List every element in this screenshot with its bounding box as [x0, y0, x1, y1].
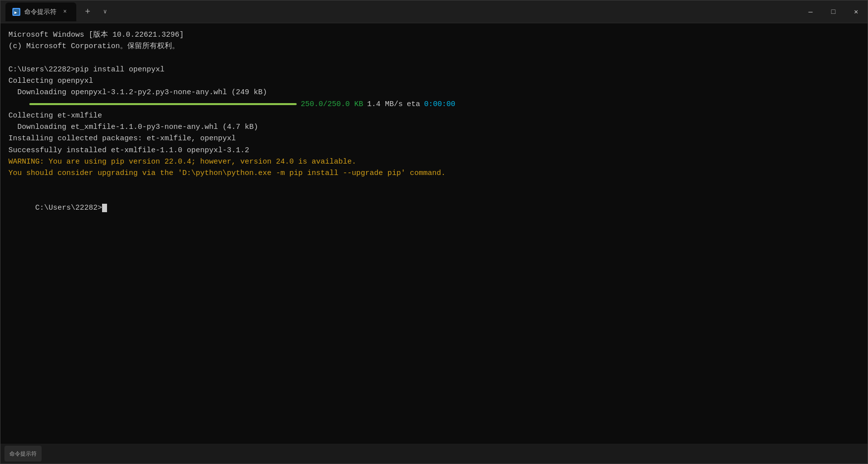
close-button[interactable]: ✕: [845, 0, 868, 23]
progress-eta-value: 0:00:00: [424, 99, 455, 110]
taskbar-item-label: 命令提示符: [9, 450, 37, 458]
output-line-9: Downloading et_xmlfile-1.1.0-py3-none-an…: [8, 121, 860, 133]
tab-title: 命令提示符: [24, 7, 56, 16]
progress-text: 250.0/250.0 KB: [301, 99, 363, 110]
titlebar-right: — □ ✕: [799, 0, 868, 23]
output-line-2: (c) Microsoft Corporation。保留所有权利。: [8, 41, 860, 52]
tab-close-button[interactable]: ×: [60, 7, 69, 16]
output-line-5: Collecting openpyxl: [8, 75, 860, 87]
prompt-text: C:\Users\22282>: [35, 204, 102, 212]
output-line-1: Microsoft Windows [版本 10.0.22621.3296]: [8, 29, 860, 41]
cursor: [102, 204, 107, 212]
output-blank-2: [8, 179, 860, 190]
svg-text:▶: ▶: [14, 10, 17, 15]
terminal-tab-icon: ▶: [12, 8, 20, 16]
progress-bar: [29, 103, 297, 105]
titlebar-left: ▶ 命令提示符 × + ∨: [5, 2, 799, 21]
progress-speed: 1.4 MB/s: [367, 99, 403, 110]
taskbar-items: 命令提示符: [4, 446, 864, 462]
warning-line-2: You should consider upgrading via the 'D…: [8, 168, 860, 179]
taskbar-item-cmd[interactable]: 命令提示符: [4, 446, 42, 462]
progress-fill: [29, 103, 297, 105]
output-line-8: Collecting et-xmlfile: [8, 110, 860, 121]
new-tab-button[interactable]: +: [80, 4, 95, 19]
maximize-button[interactable]: □: [822, 0, 845, 23]
tab-dropdown-button[interactable]: ∨: [99, 6, 111, 18]
output-line-10: Installing collected packages: et-xmlfil…: [8, 133, 860, 144]
terminal-window: ▶ 命令提示符 × + ∨ — □ ✕ Microsoft Windows [版…: [0, 0, 868, 464]
active-tab[interactable]: ▶ 命令提示符 ×: [5, 2, 76, 21]
progress-eta-label: eta: [407, 99, 420, 110]
taskbar: 命令提示符: [0, 444, 868, 464]
output-line-4: C:\Users\22282>pip install openpyxl: [8, 64, 860, 75]
warning-line-1: WARNING: You are using pip version 22.0.…: [8, 156, 860, 168]
output-line-11: Successfully installed et-xmlfile-1.1.0 …: [8, 145, 860, 156]
output-line-6: Downloading openpyxl-3.1.2-py2.py3-none-…: [8, 87, 860, 98]
terminal-output[interactable]: Microsoft Windows [版本 10.0.22621.3296] (…: [0, 23, 868, 444]
prompt-line: C:\Users\22282>: [8, 191, 860, 226]
minimize-button[interactable]: —: [799, 0, 822, 23]
output-blank-1: [8, 53, 860, 64]
titlebar: ▶ 命令提示符 × + ∨ — □ ✕: [0, 0, 868, 23]
download-progress: 250.0/250.0 KB 1.4 MB/s eta 0:00:00: [29, 99, 860, 110]
